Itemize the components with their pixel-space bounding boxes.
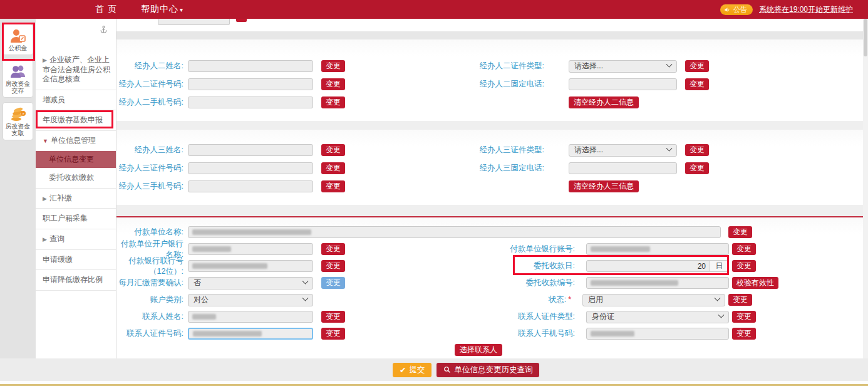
change-button[interactable]: 变更 xyxy=(732,243,756,255)
field-label: 经办人二手机号码: xyxy=(116,97,183,108)
change-button[interactable]: 变更 xyxy=(321,144,345,156)
agent3-cert-type-select[interactable]: 请选择... xyxy=(569,144,677,157)
contact-cert-type-select[interactable]: 身份证 xyxy=(586,311,729,323)
contact-name-input[interactable] xyxy=(188,311,313,323)
sidebar-item-bankruptcy-check[interactable]: ▶企业破产、企业上市合法合规住房公积金信息核查 xyxy=(36,50,116,90)
field-label: 经办人二固定电话: xyxy=(345,79,544,90)
change-button[interactable]: 变更 xyxy=(321,60,345,72)
page: 首 页 帮助中心▾ 公告 系统将在19:00开始更新维护 公积金 xyxy=(0,0,868,386)
change-button[interactable]: 变更 xyxy=(685,78,709,90)
redacted-value xyxy=(192,314,216,320)
agent2-mobile-input[interactable] xyxy=(188,96,313,108)
sidebar-item-entrust-collection-pay[interactable]: 委托收款缴款 xyxy=(36,168,116,189)
rail-item-fanggai-zhiqu[interactable]: ? 房改资金支取 xyxy=(3,102,33,140)
nav-help-center[interactable]: 帮助中心▾ xyxy=(141,4,183,15)
chevron-down-icon xyxy=(302,278,309,284)
collect-day-value: 20 xyxy=(698,262,706,271)
clear-agent3-button[interactable]: 清空经办人三信息 xyxy=(569,180,639,192)
chevron-down-icon xyxy=(715,295,721,301)
agent3-mobile-input[interactable] xyxy=(188,180,313,192)
field-label: 经办人三姓名: xyxy=(116,145,183,155)
bank-code-input[interactable] xyxy=(188,260,313,272)
change-button[interactable]: 变更 xyxy=(732,311,756,323)
contact-mobile-input[interactable] xyxy=(586,328,729,340)
change-button[interactable]: 变更 xyxy=(321,260,345,272)
agent2-cert-no-input[interactable] xyxy=(188,78,313,90)
sidebar-item-huibujiao[interactable]: ▶汇补缴 xyxy=(36,189,116,209)
sidebar-item-unit-info-mgmt[interactable]: ▼单位信息管理 xyxy=(36,131,116,151)
account-type-select[interactable]: 对公 xyxy=(188,294,313,306)
agent2-tel-input[interactable] xyxy=(569,78,677,90)
change-button[interactable]: 变更 xyxy=(321,243,345,255)
change-button[interactable]: 变更 xyxy=(728,226,752,238)
change-button[interactable]: 变更 xyxy=(321,311,345,323)
anchor-icon[interactable] xyxy=(99,25,108,34)
change-button[interactable]: 变更 xyxy=(321,328,345,340)
agent3-cert-no-input[interactable] xyxy=(188,162,313,174)
agent2-name-input[interactable] xyxy=(188,60,313,72)
select-value: 否 xyxy=(194,278,201,288)
agent2-cert-type-select[interactable]: 请选择... xyxy=(569,60,677,73)
field-label: 委托收款日: xyxy=(345,261,575,271)
history-query-button[interactable]: 单位信息变更历史查询 xyxy=(437,363,539,377)
select-value: 启用 xyxy=(588,295,603,305)
redacted-value xyxy=(591,280,678,286)
change-button[interactable]: 变更 xyxy=(728,294,752,306)
maintenance-notice-link[interactable]: 系统将在19:00开始更新维护 xyxy=(759,4,853,15)
nav-home[interactable]: 首 页 xyxy=(95,4,117,15)
change-button[interactable]: 变更 xyxy=(321,78,345,90)
change-button[interactable]: 变更 xyxy=(685,162,709,174)
sidebar-item-annual-base-declare[interactable]: 年度缴存基数申报 xyxy=(36,110,116,131)
submit-label: 提交 xyxy=(409,365,425,375)
change-button[interactable]: 变更 xyxy=(321,180,345,192)
clear-agent2-button[interactable]: 清空经办人二信息 xyxy=(569,96,639,108)
nav-help-label: 帮助中心 xyxy=(141,4,178,14)
contact-cert-no-input[interactable] xyxy=(188,328,313,340)
change-button-disabled[interactable]: 变更 xyxy=(321,277,345,289)
select-value: 身份证 xyxy=(592,311,614,322)
clipped-input[interactable] xyxy=(158,19,230,25)
field-label: 经办人二证件号码: xyxy=(116,79,183,90)
redacted-value xyxy=(591,246,650,252)
change-button[interactable]: 变更 xyxy=(321,162,345,174)
change-button[interactable]: 变更 xyxy=(685,60,709,72)
payer-bank-name-input[interactable] xyxy=(188,243,313,255)
payer-unit-name-input[interactable] xyxy=(188,226,721,238)
collapsed-arrow-icon: ▶ xyxy=(43,236,47,243)
sidebar-item-apply-lower-ratio[interactable]: 申请降低缴存比例 xyxy=(36,270,116,291)
sidebar-item-apply-deferral[interactable]: 申请缓缴 xyxy=(36,250,116,271)
status-select[interactable]: 启用 xyxy=(582,294,725,306)
expanded-arrow-icon: ▼ xyxy=(43,138,48,144)
clipped-change-button[interactable] xyxy=(236,19,247,22)
collect-day-input[interactable]: 20 xyxy=(586,260,710,272)
redacted-value xyxy=(192,246,231,252)
select-value: 请选择... xyxy=(574,61,603,71)
agent3-name-input[interactable] xyxy=(188,144,313,156)
change-button[interactable]: 变更 xyxy=(732,260,756,272)
change-button[interactable]: 变更 xyxy=(321,96,345,108)
select-contact-button[interactable]: 选择联系人 xyxy=(455,344,502,356)
speaker-icon xyxy=(724,6,731,13)
chevron-down-icon xyxy=(666,61,673,68)
vertical-scrollbar[interactable] xyxy=(863,19,868,358)
submit-button[interactable]: ✔提交 xyxy=(393,363,431,377)
monthly-confirm-select[interactable]: 否 xyxy=(188,277,313,290)
rail-item-fanggai-jiaocun[interactable]: 房改资金交存 xyxy=(3,60,33,98)
scrollbar-thumb[interactable] xyxy=(864,19,867,56)
field-label: 联系人证件类型: xyxy=(345,311,575,322)
validate-button[interactable]: 校验有效性 xyxy=(732,277,778,289)
change-button[interactable]: 变更 xyxy=(685,144,709,156)
sidebar-item-add-remove-staff[interactable]: 增减员 xyxy=(36,90,116,111)
agent3-tel-input[interactable] xyxy=(569,162,677,174)
rail-item-gongjijin[interactable]: 公积金 xyxy=(3,24,33,55)
change-button[interactable]: 变更 xyxy=(732,328,756,340)
sidebar-item-unit-info-change[interactable]: 单位信息变更 xyxy=(36,151,116,169)
announcement-area: 公告 系统将在19:00开始更新维护 xyxy=(720,4,853,15)
sidebar-item-staff-household-collect[interactable]: 职工户籍采集 xyxy=(36,209,116,229)
payer-bank-account-input[interactable] xyxy=(586,243,729,255)
sidebar-item-query[interactable]: ▶查询 xyxy=(36,229,116,250)
collect-no-input[interactable] xyxy=(586,277,729,289)
field-label: 经办人三证件号码: xyxy=(116,163,183,174)
people-icon xyxy=(9,63,27,80)
field-label: 经办人三证件类型: xyxy=(345,145,544,155)
